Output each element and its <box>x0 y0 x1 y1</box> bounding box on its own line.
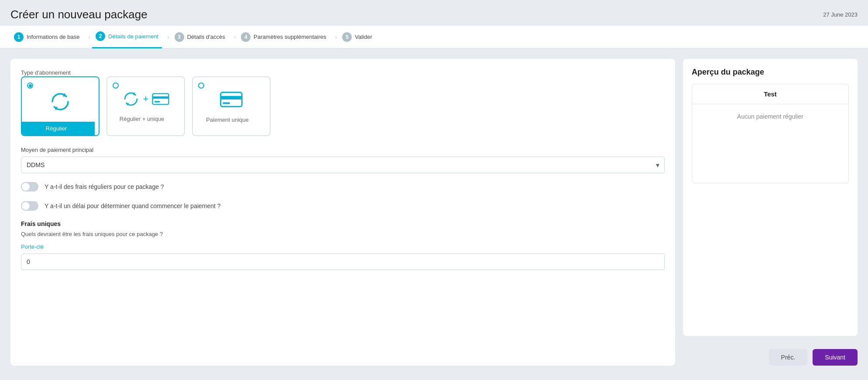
icon-area-regulier-unique: + <box>122 83 170 112</box>
icon-area-paiement-unique <box>220 83 243 113</box>
step-2-label: Détails de paiement <box>108 33 158 40</box>
payment-method-group: Moyen de paiement principal DDMS Carte V… <box>21 147 665 173</box>
toggle-frais-reguliers-switch[interactable] <box>21 182 38 192</box>
toggle-delai-paiement: Y a-t-il un délai pour déterminer quand … <box>21 201 665 211</box>
step-sep-4: › <box>335 34 337 41</box>
content-area: Type d'abonnement <box>0 48 868 376</box>
subscription-types: Régulier + <box>21 76 665 136</box>
frais-uniques-group: Frais uniques Quels devraient être les f… <box>21 220 665 270</box>
svg-rect-1 <box>153 96 169 99</box>
step-2-circle: 2 <box>96 31 105 41</box>
subscription-type-group: Type d'abonnement <box>21 68 665 136</box>
bottom-actions: Préc. Suivant <box>683 349 858 366</box>
sub-type-paiement-unique[interactable]: Paiement unique <box>192 76 271 136</box>
main-panel: Type d'abonnement <box>10 59 675 366</box>
step-3-circle: 3 <box>175 32 184 42</box>
step-2[interactable]: 2 Détails de paiement <box>92 26 162 48</box>
side-panel: Aperçu du package Test Aucun paiement ré… <box>683 59 858 366</box>
svg-rect-2 <box>155 101 160 103</box>
stepper-bar: 1 Informations de base › 2 Détails de pa… <box>0 26 868 48</box>
step-5-label: Valider <box>355 34 372 40</box>
preview-card: Aperçu du package Test Aucun paiement ré… <box>683 59 858 336</box>
step-sep-1: › <box>88 34 90 41</box>
step-3[interactable]: 3 Détails d'accès <box>171 26 229 48</box>
step-3-label: Détails d'accès <box>187 34 225 40</box>
step-1[interactable]: 1 Informations de base <box>10 26 83 48</box>
svg-rect-4 <box>221 96 242 99</box>
sync-icon-combo <box>122 90 140 108</box>
step-4-label: Paramètres supplémentaires <box>254 34 326 40</box>
step-sep-2: › <box>167 34 169 41</box>
preview-box: Test Aucun paiement régulier <box>692 84 849 183</box>
page-date: 27 June 2023 <box>823 11 858 18</box>
radio-regulier <box>27 82 33 89</box>
step-4[interactable]: 4 Paramètres supplémentaires <box>237 26 329 48</box>
prev-button[interactable]: Préc. <box>769 349 808 366</box>
card-icon-unique <box>220 90 243 109</box>
toggle-frais-reguliers-label: Y a-t-il des frais réguliers pour ce pac… <box>45 183 164 190</box>
frais-subtitle: Quels devraient être les frais uniques p… <box>21 231 665 237</box>
sub-type-regulier[interactable]: Régulier <box>21 76 99 136</box>
payment-method-label: Moyen de paiement principal <box>21 147 665 153</box>
payment-method-select[interactable]: DDMS Carte Virement <box>21 157 665 173</box>
toggle-delai-paiement-label: Y a-t-il un délai pour déterminer quand … <box>45 202 221 209</box>
step-sep-3: › <box>234 34 236 41</box>
sub-type-regulier-unique-label: Régulier + unique <box>106 112 180 126</box>
card-icon-combo <box>152 92 169 106</box>
sub-type-regulier-unique[interactable]: + Régulier + unique <box>106 76 185 136</box>
subscription-type-label: Type d'abonnement <box>21 69 71 76</box>
toggle-delai-paiement-switch[interactable] <box>21 201 38 211</box>
sub-type-regulier-label: Régulier <box>21 122 95 135</box>
preview-title: Aperçu du package <box>692 68 849 77</box>
icon-area-regulier <box>49 83 72 117</box>
page-title: Créer un nouveau package <box>10 8 148 21</box>
preview-package-name: Test <box>692 84 848 104</box>
svg-rect-0 <box>153 94 169 105</box>
radio-regulier-unique <box>113 82 119 89</box>
page-header: Créer un nouveau package 27 June 2023 <box>0 0 868 26</box>
next-button[interactable]: Suivant <box>813 349 858 366</box>
porte-cle-label: Porte-clé <box>21 243 665 250</box>
step-5[interactable]: 5 Valider <box>339 26 376 48</box>
payment-method-select-wrapper: DDMS Carte Virement ▾ <box>21 157 665 173</box>
svg-rect-5 <box>223 103 230 104</box>
sync-icon-regulier <box>49 90 72 113</box>
step-5-circle: 5 <box>342 32 352 42</box>
step-4-circle: 4 <box>241 32 250 42</box>
porte-cle-input[interactable] <box>21 253 665 270</box>
preview-package-description: Aucun paiement régulier <box>692 104 848 183</box>
toggle-frais-reguliers: Y a-t-il des frais réguliers pour ce pac… <box>21 182 665 192</box>
plus-sign: + <box>143 93 149 105</box>
frais-section-title: Frais uniques <box>21 220 665 227</box>
radio-paiement-unique <box>198 82 204 89</box>
step-1-circle: 1 <box>14 32 24 42</box>
step-1-label: Informations de base <box>27 34 79 40</box>
sub-type-paiement-unique-label: Paiement unique <box>192 113 266 127</box>
